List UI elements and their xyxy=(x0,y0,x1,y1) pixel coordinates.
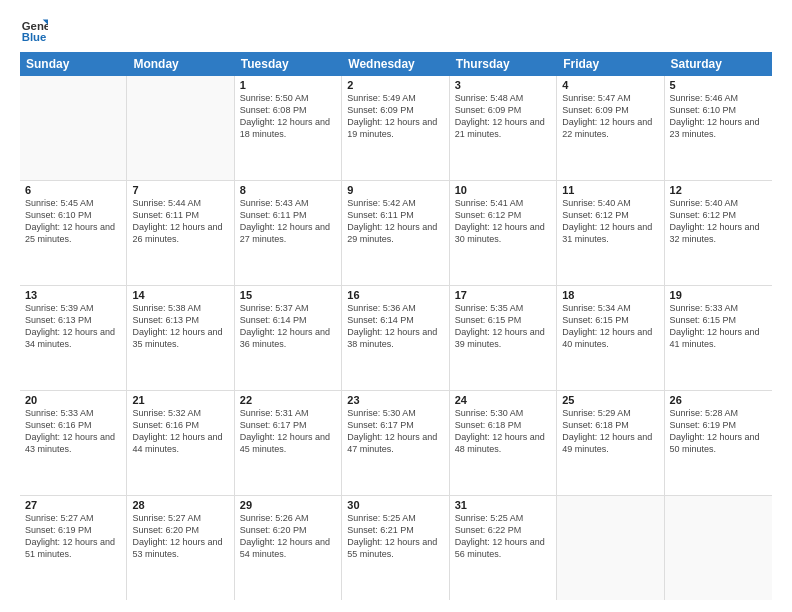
calendar-day-28: 28Sunrise: 5:27 AM Sunset: 6:20 PM Dayli… xyxy=(127,496,234,600)
day-info: Sunrise: 5:25 AM Sunset: 6:22 PM Dayligh… xyxy=(455,512,551,561)
calendar-day-29: 29Sunrise: 5:26 AM Sunset: 6:20 PM Dayli… xyxy=(235,496,342,600)
day-info: Sunrise: 5:30 AM Sunset: 6:17 PM Dayligh… xyxy=(347,407,443,456)
calendar-week-4: 20Sunrise: 5:33 AM Sunset: 6:16 PM Dayli… xyxy=(20,391,772,496)
calendar-page: General Blue SundayMondayTuesdayWednesda… xyxy=(0,0,792,612)
day-info: Sunrise: 5:33 AM Sunset: 6:15 PM Dayligh… xyxy=(670,302,767,351)
day-info: Sunrise: 5:25 AM Sunset: 6:21 PM Dayligh… xyxy=(347,512,443,561)
calendar-day-25: 25Sunrise: 5:29 AM Sunset: 6:18 PM Dayli… xyxy=(557,391,664,495)
day-number: 8 xyxy=(240,184,336,196)
calendar-day-10: 10Sunrise: 5:41 AM Sunset: 6:12 PM Dayli… xyxy=(450,181,557,285)
day-number: 29 xyxy=(240,499,336,511)
calendar-day-empty xyxy=(665,496,772,600)
day-number: 26 xyxy=(670,394,767,406)
day-number: 14 xyxy=(132,289,228,301)
calendar-day-27: 27Sunrise: 5:27 AM Sunset: 6:19 PM Dayli… xyxy=(20,496,127,600)
logo: General Blue xyxy=(20,16,52,44)
calendar-day-18: 18Sunrise: 5:34 AM Sunset: 6:15 PM Dayli… xyxy=(557,286,664,390)
calendar-day-11: 11Sunrise: 5:40 AM Sunset: 6:12 PM Dayli… xyxy=(557,181,664,285)
calendar-day-9: 9Sunrise: 5:42 AM Sunset: 6:11 PM Daylig… xyxy=(342,181,449,285)
calendar-body: 1Sunrise: 5:50 AM Sunset: 6:08 PM Daylig… xyxy=(20,76,772,600)
day-number: 27 xyxy=(25,499,121,511)
header-day-tuesday: Tuesday xyxy=(235,52,342,76)
day-info: Sunrise: 5:46 AM Sunset: 6:10 PM Dayligh… xyxy=(670,92,767,141)
header-day-monday: Monday xyxy=(127,52,234,76)
calendar-week-2: 6Sunrise: 5:45 AM Sunset: 6:10 PM Daylig… xyxy=(20,181,772,286)
calendar-day-empty xyxy=(127,76,234,180)
day-info: Sunrise: 5:29 AM Sunset: 6:18 PM Dayligh… xyxy=(562,407,658,456)
calendar-day-21: 21Sunrise: 5:32 AM Sunset: 6:16 PM Dayli… xyxy=(127,391,234,495)
day-info: Sunrise: 5:42 AM Sunset: 6:11 PM Dayligh… xyxy=(347,197,443,246)
day-info: Sunrise: 5:33 AM Sunset: 6:16 PM Dayligh… xyxy=(25,407,121,456)
calendar: SundayMondayTuesdayWednesdayThursdayFrid… xyxy=(20,52,772,600)
day-number: 12 xyxy=(670,184,767,196)
calendar-day-8: 8Sunrise: 5:43 AM Sunset: 6:11 PM Daylig… xyxy=(235,181,342,285)
day-number: 19 xyxy=(670,289,767,301)
day-info: Sunrise: 5:43 AM Sunset: 6:11 PM Dayligh… xyxy=(240,197,336,246)
day-info: Sunrise: 5:40 AM Sunset: 6:12 PM Dayligh… xyxy=(670,197,767,246)
day-number: 22 xyxy=(240,394,336,406)
day-info: Sunrise: 5:44 AM Sunset: 6:11 PM Dayligh… xyxy=(132,197,228,246)
day-info: Sunrise: 5:39 AM Sunset: 6:13 PM Dayligh… xyxy=(25,302,121,351)
day-number: 11 xyxy=(562,184,658,196)
day-info: Sunrise: 5:30 AM Sunset: 6:18 PM Dayligh… xyxy=(455,407,551,456)
day-number: 30 xyxy=(347,499,443,511)
day-number: 10 xyxy=(455,184,551,196)
day-info: Sunrise: 5:40 AM Sunset: 6:12 PM Dayligh… xyxy=(562,197,658,246)
calendar-day-30: 30Sunrise: 5:25 AM Sunset: 6:21 PM Dayli… xyxy=(342,496,449,600)
calendar-day-12: 12Sunrise: 5:40 AM Sunset: 6:12 PM Dayli… xyxy=(665,181,772,285)
calendar-day-20: 20Sunrise: 5:33 AM Sunset: 6:16 PM Dayli… xyxy=(20,391,127,495)
header-day-thursday: Thursday xyxy=(450,52,557,76)
calendar-day-4: 4Sunrise: 5:47 AM Sunset: 6:09 PM Daylig… xyxy=(557,76,664,180)
calendar-day-13: 13Sunrise: 5:39 AM Sunset: 6:13 PM Dayli… xyxy=(20,286,127,390)
day-number: 28 xyxy=(132,499,228,511)
day-info: Sunrise: 5:37 AM Sunset: 6:14 PM Dayligh… xyxy=(240,302,336,351)
day-number: 5 xyxy=(670,79,767,91)
calendar-day-1: 1Sunrise: 5:50 AM Sunset: 6:08 PM Daylig… xyxy=(235,76,342,180)
day-number: 23 xyxy=(347,394,443,406)
calendar-day-empty xyxy=(20,76,127,180)
day-info: Sunrise: 5:27 AM Sunset: 6:19 PM Dayligh… xyxy=(25,512,121,561)
day-info: Sunrise: 5:50 AM Sunset: 6:08 PM Dayligh… xyxy=(240,92,336,141)
day-number: 18 xyxy=(562,289,658,301)
day-number: 3 xyxy=(455,79,551,91)
calendar-day-17: 17Sunrise: 5:35 AM Sunset: 6:15 PM Dayli… xyxy=(450,286,557,390)
day-number: 4 xyxy=(562,79,658,91)
day-info: Sunrise: 5:31 AM Sunset: 6:17 PM Dayligh… xyxy=(240,407,336,456)
day-info: Sunrise: 5:47 AM Sunset: 6:09 PM Dayligh… xyxy=(562,92,658,141)
header-day-friday: Friday xyxy=(557,52,664,76)
svg-text:Blue: Blue xyxy=(22,31,47,43)
calendar-day-2: 2Sunrise: 5:49 AM Sunset: 6:09 PM Daylig… xyxy=(342,76,449,180)
calendar-header: SundayMondayTuesdayWednesdayThursdayFrid… xyxy=(20,52,772,76)
header-day-sunday: Sunday xyxy=(20,52,127,76)
day-number: 24 xyxy=(455,394,551,406)
calendar-day-3: 3Sunrise: 5:48 AM Sunset: 6:09 PM Daylig… xyxy=(450,76,557,180)
day-number: 7 xyxy=(132,184,228,196)
header: General Blue xyxy=(20,16,772,44)
calendar-week-1: 1Sunrise: 5:50 AM Sunset: 6:08 PM Daylig… xyxy=(20,76,772,181)
day-info: Sunrise: 5:26 AM Sunset: 6:20 PM Dayligh… xyxy=(240,512,336,561)
day-number: 17 xyxy=(455,289,551,301)
day-info: Sunrise: 5:36 AM Sunset: 6:14 PM Dayligh… xyxy=(347,302,443,351)
day-info: Sunrise: 5:35 AM Sunset: 6:15 PM Dayligh… xyxy=(455,302,551,351)
calendar-day-23: 23Sunrise: 5:30 AM Sunset: 6:17 PM Dayli… xyxy=(342,391,449,495)
day-number: 21 xyxy=(132,394,228,406)
day-info: Sunrise: 5:27 AM Sunset: 6:20 PM Dayligh… xyxy=(132,512,228,561)
calendar-day-16: 16Sunrise: 5:36 AM Sunset: 6:14 PM Dayli… xyxy=(342,286,449,390)
calendar-day-14: 14Sunrise: 5:38 AM Sunset: 6:13 PM Dayli… xyxy=(127,286,234,390)
calendar-day-24: 24Sunrise: 5:30 AM Sunset: 6:18 PM Dayli… xyxy=(450,391,557,495)
calendar-week-5: 27Sunrise: 5:27 AM Sunset: 6:19 PM Dayli… xyxy=(20,496,772,600)
calendar-day-31: 31Sunrise: 5:25 AM Sunset: 6:22 PM Dayli… xyxy=(450,496,557,600)
calendar-day-19: 19Sunrise: 5:33 AM Sunset: 6:15 PM Dayli… xyxy=(665,286,772,390)
day-number: 15 xyxy=(240,289,336,301)
day-info: Sunrise: 5:49 AM Sunset: 6:09 PM Dayligh… xyxy=(347,92,443,141)
header-day-wednesday: Wednesday xyxy=(342,52,449,76)
calendar-day-15: 15Sunrise: 5:37 AM Sunset: 6:14 PM Dayli… xyxy=(235,286,342,390)
day-number: 6 xyxy=(25,184,121,196)
day-number: 9 xyxy=(347,184,443,196)
calendar-day-5: 5Sunrise: 5:46 AM Sunset: 6:10 PM Daylig… xyxy=(665,76,772,180)
day-info: Sunrise: 5:41 AM Sunset: 6:12 PM Dayligh… xyxy=(455,197,551,246)
day-number: 20 xyxy=(25,394,121,406)
calendar-day-7: 7Sunrise: 5:44 AM Sunset: 6:11 PM Daylig… xyxy=(127,181,234,285)
day-info: Sunrise: 5:28 AM Sunset: 6:19 PM Dayligh… xyxy=(670,407,767,456)
logo-icon: General Blue xyxy=(20,16,48,44)
